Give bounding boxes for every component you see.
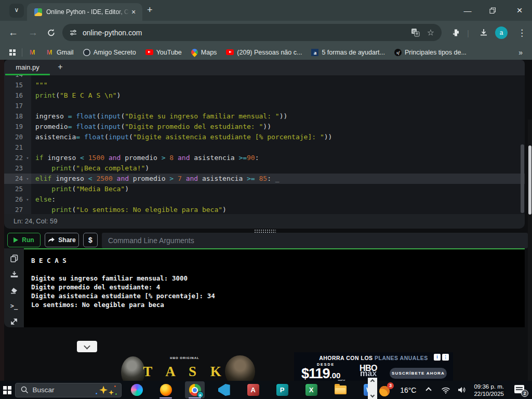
taskbar-app-access[interactable]: A — [243, 381, 263, 398]
close-button[interactable]: × — [515, 5, 524, 16]
bookmark-item[interactable]: M — [29, 48, 36, 56]
minimize-button[interactable]: — — [463, 6, 472, 15]
share-button[interactable]: Share — [45, 233, 79, 247]
copy-output-icon[interactable] — [10, 255, 18, 262]
bookmark-item[interactable]: a5 formas de ayudart... — [311, 49, 385, 56]
code-line-25[interactable]: 25 print("Media Beca") — [4, 184, 525, 194]
new-tab-button[interactable]: + — [147, 5, 153, 16]
cli-flag-button[interactable]: $ — [83, 233, 98, 247]
tab-close-icon[interactable]: × — [131, 8, 136, 16]
code-text: print("B E C A S \n") — [31, 90, 121, 101]
page-scrollbar-track[interactable] — [528, 119, 532, 399]
code-line-17[interactable]: 17 — [4, 101, 525, 111]
bookmark-item[interactable]: MGmail — [46, 48, 74, 56]
refresh-icon[interactable] — [47, 29, 56, 37]
tab-search-chevron-icon[interactable]: ∨ — [9, 4, 24, 18]
code-line-27[interactable]: 27 print("Lo sentimos: No elegible para … — [4, 205, 525, 214]
add-file-button[interactable]: + — [54, 60, 66, 75]
line-number: 25 — [4, 184, 24, 194]
notification-center[interactable]: 2 — [514, 385, 527, 395]
taskbar-app-folder[interactable] — [330, 381, 350, 398]
back-icon[interactable]: ← — [8, 27, 18, 38]
code-line-23[interactable]: 23 print("¡Beca completa!") — [4, 163, 525, 174]
bookmark-star-icon[interactable]: ☆ — [427, 28, 434, 37]
fold-arrow-icon[interactable]: ▾ — [24, 174, 31, 184]
temperature-label[interactable]: 16°C — [400, 386, 416, 394]
code-line-20[interactable]: 20asistencia= float(input("Digite asiste… — [4, 132, 525, 142]
taskbar-app-copilot[interactable] — [127, 381, 147, 398]
taskbar-search[interactable] — [15, 383, 122, 397]
scroll-down-icon[interactable] — [370, 393, 375, 397]
start-button[interactable] — [0, 386, 15, 394]
clock-widget[interactable]: 09:36 p. m. 22/10/2025 — [474, 383, 504, 397]
ad-info-icon[interactable]: i — [434, 354, 441, 361]
bookmark-item[interactable]: (209) Pessoas não c... — [226, 49, 302, 56]
command-line-arguments-input[interactable] — [102, 233, 528, 248]
code-line-24[interactable]: 24▾elif ingreso < 2500 and promedio > 7 … — [4, 174, 525, 184]
site-settings-icon[interactable] — [69, 29, 77, 37]
gmail-favicon-icon: M — [46, 48, 54, 56]
run-toolbar: Run Share $ — [4, 233, 528, 248]
gutter-spacer — [24, 205, 31, 214]
apps-grid-icon[interactable] — [9, 49, 16, 56]
terminal-prompt-icon[interactable]: >_ — [10, 302, 18, 310]
browser-tab[interactable]: Online Python - IDE, Editor, Con × — [27, 3, 142, 21]
ad-mini-scrollbar[interactable] — [368, 378, 377, 399]
hidden-icons-chevron[interactable] — [426, 387, 432, 393]
code-line-21[interactable]: 21 — [4, 142, 525, 153]
bookmark-item[interactable]: Amigo Secreto — [83, 49, 136, 56]
volume-icon[interactable] — [458, 386, 467, 394]
ad-banner[interactable]: HBO ORIGINAL T A S K AHORRA CON LOS PLAN… — [75, 352, 453, 382]
fold-arrow-icon[interactable]: ▾ — [24, 153, 31, 163]
ad-show-image[interactable]: HBO ORIGINAL T A S K — [75, 352, 294, 382]
code-line-16[interactable]: 16print("B E C A S \n") — [4, 90, 525, 101]
page-scrollbar-thumb[interactable] — [528, 145, 531, 215]
file-tab-mainpy[interactable]: main.py — [5, 60, 50, 75]
ad-subscribe-button[interactable]: SUSCRÍBETE AHORA — [390, 368, 447, 379]
line-number: 19 — [4, 122, 24, 132]
play-icon — [14, 237, 18, 243]
translate-icon[interactable]: G — [411, 28, 420, 37]
download-output-icon[interactable] — [10, 271, 18, 278]
code-text: print("Lo sentimos: No elegible para bec… — [31, 205, 227, 214]
forward-icon[interactable]: → — [28, 27, 38, 38]
taskbar-app-excel[interactable]: X — [301, 381, 321, 398]
clear-console-icon[interactable] — [10, 287, 18, 294]
folder-icon — [335, 385, 347, 394]
taskbar-app-firefox[interactable] — [156, 381, 176, 398]
ad-choices-icon[interactable]: ⋮ — [442, 354, 449, 361]
code-line-22[interactable]: 22▾if ingreso < 1500 and promedio > 8 an… — [4, 153, 525, 163]
extensions-icon[interactable] — [451, 29, 460, 37]
code-editor[interactable]: 1415"""16print("B E C A S \n")1718ingres… — [4, 75, 525, 214]
run-button[interactable]: Run — [7, 233, 41, 247]
maps-favicon-icon — [190, 47, 199, 57]
restore-button[interactable] — [489, 7, 498, 14]
bookmark-item[interactable]: Maps — [191, 49, 217, 56]
code-line-26[interactable]: 26▾else: — [4, 194, 525, 205]
browser-menu-icon[interactable]: ⋮ — [517, 28, 526, 38]
bookmark-item[interactable]: sfPrincipales tipos de... — [394, 49, 467, 56]
bookmark-item[interactable]: YouTube — [145, 49, 182, 56]
taskbar-app-vscode[interactable] — [214, 381, 234, 398]
address-bar[interactable]: online-python.com G ☆ — [62, 24, 442, 41]
ad-collapse-button[interactable] — [77, 341, 97, 352]
download-icon[interactable] — [479, 28, 488, 37]
expand-console-icon[interactable] — [10, 318, 18, 325]
code-line-15[interactable]: 15""" — [4, 80, 525, 90]
taskbar-app-publisher[interactable]: P — [272, 381, 292, 398]
code-line-18[interactable]: 18ingreso = float(input("Digite su ingre… — [4, 111, 525, 122]
weather-widget[interactable]: 3 — [379, 384, 393, 396]
profile-avatar[interactable]: a — [495, 26, 508, 39]
code-line-14[interactable]: 14 — [4, 75, 525, 80]
access-icon: A — [247, 384, 259, 396]
scroll-up-icon[interactable] — [370, 379, 375, 383]
bookmarks-overflow-icon[interactable]: » — [518, 48, 523, 57]
url-text[interactable]: online-python.com — [83, 29, 411, 37]
gutter-spacer — [24, 184, 31, 194]
fold-arrow-icon[interactable]: ▾ — [24, 194, 31, 205]
wifi-icon[interactable] — [441, 387, 450, 394]
search-input[interactable] — [33, 386, 111, 394]
code-line-19[interactable]: 19promedio= float(input("Digite promedio… — [4, 122, 525, 132]
taskbar-app-chrome[interactable]: a — [185, 381, 205, 398]
editor-scrollbar-thumb[interactable] — [521, 144, 524, 213]
